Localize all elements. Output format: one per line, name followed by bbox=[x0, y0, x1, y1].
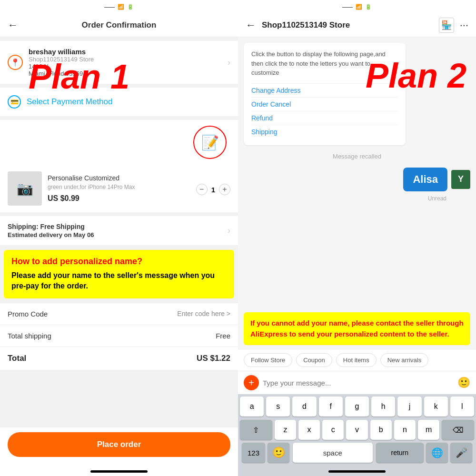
quick-new-arrivals[interactable]: New arrivals bbox=[380, 353, 429, 367]
promo-label: Promo Code bbox=[8, 310, 48, 318]
r-home-bar bbox=[328, 470, 386, 473]
key-a[interactable]: a bbox=[240, 397, 264, 416]
wifi-icon: 📶 bbox=[118, 4, 124, 10]
qty-decrease-button[interactable]: − bbox=[196, 184, 208, 195]
total-row: Total US $1.22 bbox=[0, 347, 238, 370]
yellow-body: Please add your name to the seller's mes… bbox=[11, 270, 227, 292]
shift-key[interactable]: ⇧ bbox=[240, 420, 272, 440]
payment-label: Select Payment Method bbox=[27, 97, 112, 107]
emoji-button[interactable]: 🙂 bbox=[457, 376, 470, 389]
address-chevron-icon: › bbox=[228, 58, 230, 68]
menu-item-order-cancel[interactable]: Order Cancel bbox=[251, 97, 398, 111]
yellow-info-box: How to add personalized name? Please add… bbox=[4, 250, 234, 298]
total-label: Total bbox=[8, 354, 26, 363]
keyboard-row-2: ⇧ z x c v b n m ⌫ bbox=[238, 417, 476, 441]
customer-name: breshay williams bbox=[29, 48, 228, 56]
globe-key[interactable]: 🌐 bbox=[426, 443, 448, 463]
key-c[interactable]: c bbox=[322, 420, 344, 440]
mic-key[interactable]: 🎤 bbox=[450, 443, 472, 463]
r-battery-icon: 🔋 bbox=[365, 4, 372, 10]
keyboard: a s d f g h j k l ⇧ z x c v b n m ⌫ 123 … bbox=[238, 394, 476, 466]
back-button[interactable]: ← bbox=[8, 19, 18, 31]
key-v[interactable]: v bbox=[346, 420, 367, 440]
key-m[interactable]: m bbox=[418, 420, 439, 440]
home-bar bbox=[90, 470, 148, 473]
promo-enter-link[interactable]: Enter code here > bbox=[177, 310, 230, 317]
key-g[interactable]: g bbox=[345, 397, 369, 416]
key-n[interactable]: n bbox=[394, 420, 416, 440]
shipping-date-prefix: Estimated delivery on bbox=[8, 231, 73, 238]
total-shipping-label: Total shipping bbox=[8, 332, 51, 340]
note-section: 📝 bbox=[0, 120, 238, 165]
menu-intro-text: Click the button to display the followin… bbox=[251, 50, 398, 78]
key-d[interactable]: d bbox=[292, 397, 316, 416]
key-x[interactable]: x bbox=[298, 420, 320, 440]
total-shipping-row: Total shipping Free bbox=[0, 325, 238, 347]
menu-item-refund[interactable]: Refund bbox=[251, 111, 398, 125]
qty-control: − 1 + bbox=[196, 184, 230, 195]
right-status-bar: —— 📶 🔋 bbox=[238, 0, 476, 13]
product-name: Personalise Customized bbox=[48, 174, 190, 182]
shipping-info: Shipping: Free Shipping Estimated delive… bbox=[8, 223, 228, 238]
total-shipping-value: Free bbox=[216, 332, 230, 340]
shipping-chevron-icon: › bbox=[228, 226, 230, 236]
qty-increase-button[interactable]: + bbox=[219, 184, 230, 195]
location-icon: 📍 bbox=[8, 55, 23, 70]
qty-section: − 1 + bbox=[196, 182, 230, 195]
product-variant: green under,for iPhone 14Pro Max bbox=[48, 184, 190, 190]
quick-hot-items[interactable]: Hot items bbox=[336, 353, 377, 367]
r-signal-icon: —— bbox=[342, 4, 353, 10]
key-j[interactable]: j bbox=[397, 397, 421, 416]
space-key[interactable]: space bbox=[293, 443, 372, 463]
product-price: US $0.99 bbox=[48, 194, 190, 203]
add-attachment-button[interactable]: + bbox=[244, 375, 259, 390]
key-z[interactable]: z bbox=[275, 420, 296, 440]
r-store-icon[interactable]: 🏪 bbox=[439, 18, 454, 33]
message-input-bar: + 🙂 bbox=[238, 371, 476, 394]
note-icon: 📝 bbox=[201, 134, 219, 151]
quick-follow-store[interactable]: Follow Store bbox=[244, 353, 292, 367]
promo-section[interactable]: Promo Code Enter code here > bbox=[0, 303, 238, 325]
keyboard-row-1: a s d f g h j k l bbox=[238, 394, 476, 417]
product-card: 📷 Personalise Customized green under,for… bbox=[0, 165, 238, 212]
r-store-title: Shop1102513149 Store bbox=[262, 20, 433, 30]
return-key[interactable]: return bbox=[376, 443, 424, 463]
quick-coupon[interactable]: Coupon bbox=[296, 353, 332, 367]
message-input[interactable] bbox=[263, 379, 453, 387]
key-k[interactable]: k bbox=[424, 397, 448, 416]
shipping-section[interactable]: Shipping: Free Shipping Estimated delive… bbox=[0, 216, 238, 245]
address-card[interactable]: 📍 breshay williams Shop1102513149 Store … bbox=[0, 41, 238, 84]
key-l[interactable]: l bbox=[450, 397, 474, 416]
menu-item-change-address[interactable]: Change Address bbox=[251, 83, 398, 97]
quick-reply-bar: Follow Store Coupon Hot items New arriva… bbox=[238, 349, 476, 371]
yellow-title: How to add personalized name? bbox=[11, 257, 227, 267]
shipping-date-value: May 06 bbox=[73, 231, 94, 238]
menu-item-shipping[interactable]: Shipping bbox=[251, 125, 398, 139]
right-home-indicator bbox=[238, 466, 476, 476]
r-more-button[interactable]: ··· bbox=[460, 19, 468, 31]
left-nav-bar: ← Order Confirmation bbox=[0, 13, 238, 37]
alisa-row: Alisa Y bbox=[244, 168, 470, 191]
left-scroll-content[interactable]: 📍 breshay williams Shop1102513149 Store … bbox=[0, 37, 238, 427]
r-back-button[interactable]: ← bbox=[246, 19, 256, 31]
qty-number: 1 bbox=[211, 186, 215, 194]
shipping-title: Shipping: Free Shipping bbox=[8, 223, 228, 230]
emoji-keyboard-key[interactable]: 🙂 bbox=[268, 443, 289, 463]
right-panel: —— 📶 🔋 ← Shop1102513149 Store 🏪 ··· Plan… bbox=[238, 0, 476, 476]
payment-section[interactable]: 💳 Select Payment Method bbox=[0, 88, 238, 116]
keyboard-row-3: 123 🙂 space return 🌐 🎤 bbox=[238, 441, 476, 466]
address-line1: 1416 N bbox=[29, 63, 228, 70]
note-circle: 📝 bbox=[193, 126, 227, 159]
place-order-button[interactable]: Place order bbox=[8, 432, 230, 457]
page-title: Order Confirmation bbox=[82, 20, 157, 30]
chat-area[interactable]: Click the button to display the followin… bbox=[238, 37, 476, 310]
delete-key[interactable]: ⌫ bbox=[442, 420, 474, 440]
key-f[interactable]: f bbox=[319, 397, 343, 416]
numbers-key[interactable]: 123 bbox=[242, 443, 265, 463]
menu-bubble: Click the button to display the followin… bbox=[244, 43, 406, 145]
key-s[interactable]: s bbox=[266, 397, 290, 416]
key-h[interactable]: h bbox=[371, 397, 395, 416]
user-avatar: Y bbox=[451, 170, 470, 189]
address-line2: Miami, Florida 3169 bbox=[29, 70, 228, 77]
key-b[interactable]: b bbox=[370, 420, 392, 440]
